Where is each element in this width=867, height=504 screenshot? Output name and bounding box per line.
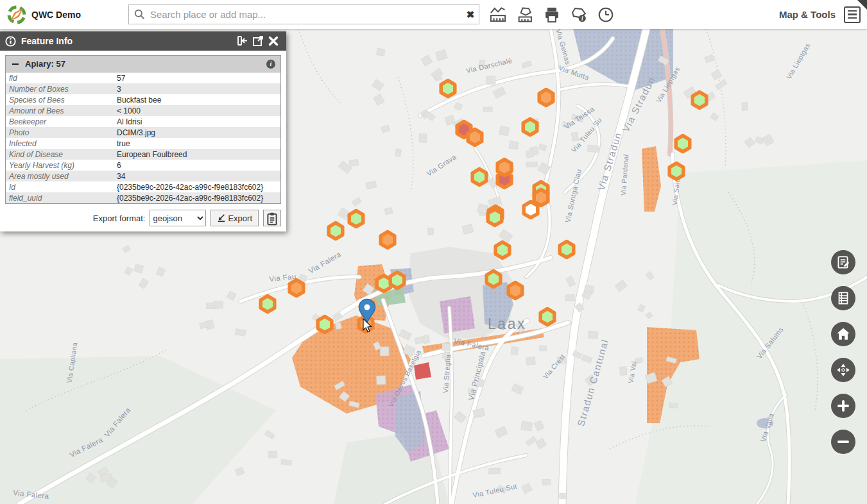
layer-header[interactable]: Apiary: 57 i (6, 56, 280, 72)
toolbar: i (488, 5, 615, 24)
building (542, 480, 551, 485)
apiary-marker[interactable] (472, 169, 486, 185)
editing-button[interactable] (831, 250, 855, 274)
export-button[interactable]: Export (210, 210, 259, 226)
export-format-select[interactable]: geojson (150, 210, 206, 226)
building (560, 493, 567, 499)
building (526, 150, 534, 158)
attribute-row: Yearly Harvest (kg)6 (6, 160, 280, 171)
apiary-marker[interactable] (676, 136, 690, 152)
apiary-marker[interactable] (692, 92, 707, 108)
apiary-marker[interactable] (486, 271, 501, 287)
building (526, 357, 535, 365)
attribute-row: PhotoDCIM/3.jpg (6, 127, 280, 138)
home-button[interactable] (831, 322, 855, 346)
close-icon[interactable] (266, 33, 281, 49)
layer-title: Apiary: 57 (25, 59, 266, 69)
attribute-table-button[interactable] (831, 286, 855, 310)
building (428, 228, 434, 235)
time-manager-icon[interactable] (596, 5, 615, 24)
attribute-table: fid57Number of Boxes3Species of BeesBuck… (6, 72, 280, 203)
search-input[interactable] (149, 6, 462, 23)
building (509, 140, 519, 149)
attribute-value: {0235be9c-2026-42ac-a99c-f9e8183fc602} (117, 194, 263, 203)
building (488, 468, 500, 474)
building (281, 459, 292, 465)
building (395, 149, 402, 157)
feature-info-panel: Feature Info Apiary: 57 (0, 31, 286, 231)
print-icon[interactable] (542, 5, 562, 24)
svg-text:i: i (581, 15, 583, 21)
building (442, 343, 451, 351)
attribute-label: fid (6, 74, 117, 83)
collapse-icon[interactable] (11, 60, 20, 69)
building (445, 115, 455, 125)
copy-to-clipboard-icon[interactable] (263, 210, 281, 226)
building (380, 347, 389, 356)
map-tools-label: Map & Tools (779, 9, 836, 20)
apiary-marker[interactable] (349, 211, 363, 227)
apiary-marker[interactable] (497, 160, 511, 176)
attribute-row: Species of BeesBuckfast bee (6, 94, 280, 105)
app-logo: QWC Demo (0, 4, 90, 25)
apiary-marker[interactable] (560, 242, 574, 258)
attribute-value: Buckfast bee (117, 96, 161, 105)
zoom-out-button[interactable] (831, 430, 855, 454)
search-clear-button[interactable]: ✖ (462, 6, 479, 23)
attribute-row: fid57 (6, 72, 280, 83)
dock-icon[interactable] (235, 33, 250, 49)
apiary-marker[interactable] (261, 296, 275, 312)
app-title: QWC Demo (31, 10, 81, 20)
locate-button[interactable] (831, 358, 855, 382)
attribute-value: Al Idrisi (117, 117, 142, 126)
identify-region-icon[interactable]: i (569, 5, 588, 24)
building (511, 347, 518, 355)
attribute-row: Area mostly used34 (6, 171, 280, 181)
building (377, 376, 386, 385)
layer-info-icon[interactable]: i (266, 60, 275, 69)
building (335, 322, 341, 329)
attribute-row: Amount of Bees< 1000 (6, 105, 280, 116)
feature-info-header[interactable]: Feature Info (0, 31, 286, 51)
search-box[interactable]: ✖ (128, 4, 479, 24)
building (587, 145, 599, 153)
building (539, 346, 546, 351)
attribute-label: Infected (6, 139, 117, 148)
attribute-row: field_uuid{0235be9c-2026-42ac-a99c-f9e81… (6, 192, 280, 203)
attribute-value: 3 (117, 85, 121, 94)
apiary-marker[interactable] (468, 130, 482, 146)
attribute-value: 6 (117, 161, 121, 170)
apiary-marker[interactable] (523, 119, 537, 135)
town-label-laax: Laax (488, 315, 526, 332)
attribute-value: European Foulbreed (117, 150, 187, 159)
apiary-marker[interactable] (390, 273, 404, 289)
attribute-value: 34 (117, 172, 125, 181)
apiary-marker[interactable] (381, 232, 395, 248)
apiary-marker[interactable] (329, 223, 343, 239)
apiary-marker[interactable] (495, 242, 510, 258)
attribute-label: Beekeeper (6, 117, 117, 126)
apiary-marker[interactable] (318, 317, 332, 333)
apiary-marker[interactable] (488, 210, 502, 226)
corner-fold (857, 0, 867, 10)
measure-area-icon[interactable] (515, 5, 535, 24)
attribute-row: Infectedtrue (6, 138, 280, 149)
attribute-value: DCIM/3.jpg (117, 128, 155, 137)
apiary-marker[interactable] (524, 202, 538, 218)
apiary-marker[interactable] (669, 164, 683, 180)
measure-icon[interactable] (488, 5, 508, 24)
attribute-label: Kind of Disease (6, 150, 117, 159)
attribute-value: true (117, 139, 130, 148)
panel-title: Feature Info (21, 36, 235, 46)
apiary-marker[interactable] (540, 309, 554, 325)
apiary-marker[interactable] (539, 90, 553, 106)
detach-window-icon[interactable] (250, 33, 266, 49)
apiary-marker[interactable] (441, 81, 455, 97)
building (268, 451, 277, 458)
building (499, 126, 510, 136)
zoom-in-button[interactable] (831, 394, 855, 418)
apiary-marker[interactable] (289, 280, 304, 296)
apiary-marker[interactable] (508, 283, 522, 299)
attribute-label: Photo (6, 128, 117, 137)
building (419, 134, 427, 143)
